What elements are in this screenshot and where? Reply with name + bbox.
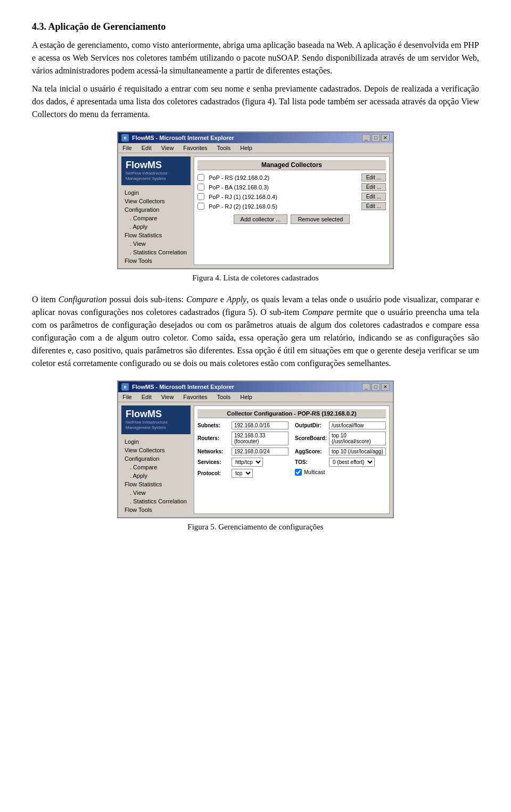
ie-main-1: Managed Collectors PoP - RS (192.168.0.2… bbox=[194, 156, 390, 265]
menu-file-1[interactable]: File bbox=[120, 144, 134, 152]
nav-configuration-1[interactable]: Configuration bbox=[121, 205, 191, 214]
collector-name-1: PoP - BA (192.168.0.3) bbox=[207, 184, 359, 191]
routers-value: 192.168.0.33 (foorouter) bbox=[232, 432, 289, 445]
nav-view-2[interactable]: . View bbox=[121, 488, 191, 497]
figure-5-container: e FlowMS - Microsoft Internet Explorer _… bbox=[32, 380, 479, 532]
remove-selected-button[interactable]: Remove selected bbox=[291, 214, 350, 224]
edit-btn-3[interactable]: Edit ... bbox=[361, 202, 386, 210]
field-multicast: Multicast bbox=[295, 469, 386, 476]
ie-menubar-1: File Edit View Favorites Tools Help bbox=[118, 143, 393, 153]
config-right: OutputDir: /usr/local/flow ScoreBoard: t… bbox=[295, 421, 386, 480]
menu-favorites-1[interactable]: Favorites bbox=[181, 144, 209, 152]
ie-sidebar-1: FlowMS NetFlow InfrastructureManagement … bbox=[121, 156, 191, 265]
routers-label: Routers: bbox=[197, 435, 229, 441]
nav-viewcollectors-1[interactable]: View Collectors bbox=[121, 197, 191, 205]
nav-statscorr-2[interactable]: . Statistics Correlation bbox=[121, 497, 191, 506]
collector-checkbox-2[interactable] bbox=[197, 193, 204, 200]
field-protocol: Protocol: tcp bbox=[197, 469, 289, 478]
field-outputdir: OutputDir: /usr/local/flow bbox=[295, 421, 386, 429]
nav-apply-2[interactable]: . Apply bbox=[121, 471, 191, 480]
tos-label: TOS: bbox=[295, 459, 327, 465]
flowms-logo-2: FlowMS NetFlow InfrastructureManagement … bbox=[121, 405, 191, 434]
menu-favorites-2[interactable]: Favorites bbox=[181, 393, 209, 401]
collector-row-0: PoP - RS (192.168.0.2) Edit ... bbox=[197, 173, 386, 181]
menu-tools-2[interactable]: Tools bbox=[215, 393, 233, 401]
menu-view-1[interactable]: View bbox=[159, 144, 176, 152]
subnets-value: 192.168.0.0/16 bbox=[232, 421, 289, 429]
logo-sub-1: NetFlow InfrastructureManagement System bbox=[126, 171, 186, 182]
paragraph-mid: O item Configuration possui dois sub-ite… bbox=[32, 293, 479, 370]
edit-btn-2[interactable]: Edit ... bbox=[361, 193, 386, 201]
edit-btn-1[interactable]: Edit ... bbox=[361, 183, 386, 191]
collector-checkbox-1[interactable] bbox=[197, 184, 204, 190]
logo-sub-2: NetFlow InfrastructureManagement System bbox=[126, 420, 186, 431]
ie-menubar-2: File Edit View Favorites Tools Help bbox=[118, 392, 393, 402]
outputdir-label: OutputDir: bbox=[295, 422, 327, 428]
scoreboard-value: top 10 (/usr/local/score) bbox=[329, 432, 386, 445]
config-fields: Subnets: 192.168.0.0/16 Routers: 192.168… bbox=[197, 421, 386, 480]
nav-flowstats-2[interactable]: Flow Statistics bbox=[121, 480, 191, 488]
collector-checkbox-0[interactable] bbox=[197, 174, 204, 181]
ie-icon: e bbox=[121, 134, 129, 142]
minimize-btn-1[interactable]: _ bbox=[362, 134, 370, 142]
menu-view-2[interactable]: View bbox=[159, 393, 176, 401]
managed-collectors-title: Managed Collectors bbox=[197, 160, 386, 170]
field-networks: Networks: 192.168.0.0/24 bbox=[197, 448, 289, 455]
nav-apply-1[interactable]: . Apply bbox=[121, 222, 191, 231]
ie-content-2: FlowMS NetFlow InfrastructureManagement … bbox=[118, 402, 393, 517]
close-btn-1[interactable]: ✕ bbox=[381, 134, 390, 142]
nav-login-2[interactable]: Login bbox=[121, 437, 191, 446]
maximize-btn-1[interactable]: □ bbox=[372, 134, 380, 142]
multicast-checkbox[interactable] bbox=[295, 469, 302, 476]
ie-titlebar-1: e FlowMS - Microsoft Internet Explorer _… bbox=[118, 132, 393, 143]
protocol-dropdown[interactable]: tcp bbox=[232, 469, 253, 478]
ie-titlebar-2: e FlowMS - Microsoft Internet Explorer _… bbox=[118, 382, 393, 392]
collector-checkbox-3[interactable] bbox=[197, 203, 204, 210]
field-scoreboard: ScoreBoard: top 10 (/usr/local/score) bbox=[295, 432, 386, 445]
menu-help-2[interactable]: Help bbox=[238, 393, 254, 401]
menu-help-1[interactable]: Help bbox=[238, 144, 254, 152]
logo-name-1: FlowMS bbox=[126, 160, 186, 171]
ie-main-config: Collector Configuration - POP-RS (192.16… bbox=[194, 405, 390, 514]
nav-flowstats-1[interactable]: Flow Statistics bbox=[121, 231, 191, 239]
maximize-btn-2[interactable]: □ bbox=[372, 383, 380, 391]
protocol-label: Protocol: bbox=[197, 470, 229, 476]
collector-row-3: PoP - RJ (2) (192.168.0.5) Edit ... bbox=[197, 202, 386, 210]
services-label: Services: bbox=[197, 459, 229, 465]
section-title: 4.3. Aplicação de Gerenciamento bbox=[32, 21, 479, 32]
figure-4-container: e FlowMS - Microsoft Internet Explorer _… bbox=[32, 131, 479, 283]
edit-btn-0[interactable]: Edit ... bbox=[361, 173, 386, 181]
minimize-btn-2[interactable]: _ bbox=[362, 383, 370, 391]
scoreboard-label: ScoreBoard: bbox=[295, 435, 327, 441]
figure-4-caption: Figura 4. Lista de coletores cadastrados bbox=[192, 274, 318, 283]
collector-name-0: PoP - RS (192.168.0.2) bbox=[207, 174, 359, 181]
subnets-label: Subnets: bbox=[197, 422, 229, 428]
menu-edit-2[interactable]: Edit bbox=[139, 393, 154, 401]
nav-viewcollectors-2[interactable]: View Collectors bbox=[121, 446, 191, 454]
nav-compare-2[interactable]: . Compare bbox=[121, 463, 191, 471]
logo-name-2: FlowMS bbox=[126, 409, 186, 420]
nav-flowtools-2[interactable]: Flow Tools bbox=[121, 506, 191, 514]
services-dropdown[interactable]: http/tcp bbox=[232, 458, 263, 467]
nav-login-1[interactable]: Login bbox=[121, 188, 191, 197]
field-services: Services: http/tcp bbox=[197, 458, 289, 467]
field-aggscore: AggScore: top 10 (/usr/local/agg) bbox=[295, 448, 386, 455]
nav-statscorr-1[interactable]: . Statistics Correlation bbox=[121, 248, 191, 256]
aggscore-label: AggScore: bbox=[295, 449, 327, 454]
nav-view-1[interactable]: . View bbox=[121, 239, 191, 248]
paragraph-1: A estação de gerenciamento, como visto a… bbox=[32, 39, 479, 77]
nav-flowtools-1[interactable]: Flow Tools bbox=[121, 256, 191, 265]
menu-file-2[interactable]: File bbox=[120, 393, 134, 401]
nav-configuration-2[interactable]: Configuration bbox=[121, 454, 191, 463]
close-btn-2[interactable]: ✕ bbox=[381, 383, 390, 391]
nav-compare-1[interactable]: . Compare bbox=[121, 214, 191, 222]
add-collector-button[interactable]: Add collector ... bbox=[234, 214, 288, 224]
tos-dropdown[interactable]: 0 (best effort) bbox=[329, 458, 375, 467]
menu-edit-1[interactable]: Edit bbox=[139, 144, 154, 152]
ie-window-1: e FlowMS - Microsoft Internet Explorer _… bbox=[117, 131, 394, 269]
menu-tools-1[interactable]: Tools bbox=[215, 144, 233, 152]
multicast-label: Multicast bbox=[304, 469, 325, 475]
field-subnets: Subnets: 192.168.0.0/16 bbox=[197, 421, 289, 429]
ie-title-2: FlowMS - Microsoft Internet Explorer bbox=[132, 384, 234, 390]
paragraph-2: Na tela inicial o usuário é requisitado … bbox=[32, 82, 479, 121]
